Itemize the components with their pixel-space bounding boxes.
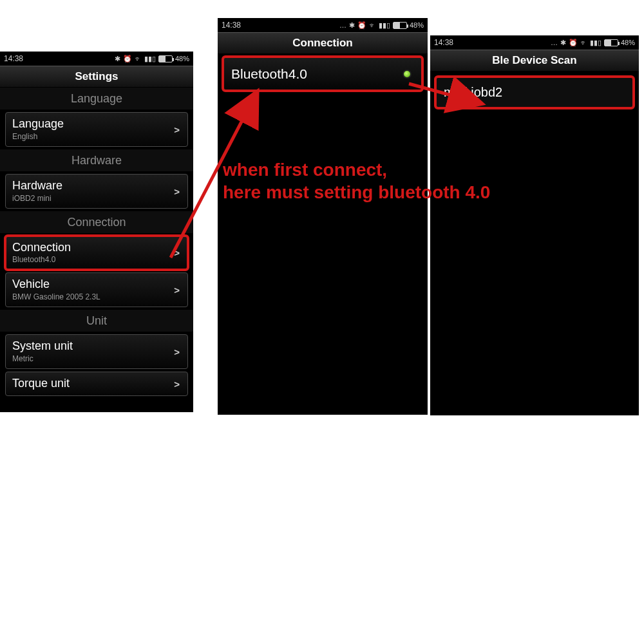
status-icons: … ✱ ⏰ ᯤ ▮▮▯ 48% bbox=[339, 21, 424, 30]
row-bluetooth4[interactable]: Bluetooth4.0 bbox=[223, 57, 422, 91]
row-sub: English bbox=[12, 132, 181, 141]
row-connection[interactable]: Connection Bluetooth4.0 > bbox=[5, 236, 188, 270]
row-title: Torque unit bbox=[12, 377, 181, 390]
chevron-right-icon: > bbox=[174, 285, 180, 296]
chevron-right-icon: > bbox=[174, 378, 180, 389]
section-hardware: Hardware bbox=[0, 149, 193, 171]
row-torque-unit[interactable]: Torque unit > bbox=[5, 372, 188, 396]
battery-pct: 48% bbox=[410, 21, 424, 29]
section-language: Language bbox=[0, 88, 193, 109]
section-unit: Unit bbox=[0, 310, 193, 332]
row-system-unit[interactable]: System unit Metric > bbox=[5, 334, 188, 369]
page-title: Settings bbox=[0, 66, 193, 88]
chevron-right-icon: > bbox=[174, 346, 180, 357]
signal-icon: ▮▮▯ bbox=[590, 39, 601, 47]
row-title: Language bbox=[12, 118, 181, 131]
phone-settings: 14:38 ✱ ⏰ ᯤ ▮▮▯ 48% Settings Language La… bbox=[0, 52, 193, 412]
battery-icon bbox=[604, 39, 618, 46]
status-bar: 14:38 … ✱ ⏰ ᯤ ▮▮▯ 48% bbox=[430, 35, 639, 50]
row-mini-iobd2[interactable]: mini iobd2 bbox=[435, 77, 634, 108]
battery-icon bbox=[393, 22, 407, 29]
alarm-icon: ⏰ bbox=[123, 55, 132, 63]
row-title: Bluetooth4.0 bbox=[231, 66, 414, 81]
radio-selected-icon bbox=[402, 70, 412, 79]
annotation-line1: when first connect, bbox=[223, 160, 387, 180]
page-title: Ble Device Scan bbox=[430, 50, 639, 71]
row-sub: Bluetooth4.0 bbox=[12, 255, 181, 264]
status-bar: 14:38 ✱ ⏰ ᯤ ▮▮▯ 48% bbox=[0, 52, 193, 66]
wifi-icon: ᯤ bbox=[369, 21, 376, 29]
more-icon: … bbox=[551, 39, 558, 46]
row-title: Hardware bbox=[12, 180, 181, 193]
row-sub: iOBD2 mini bbox=[12, 194, 181, 203]
chevron-right-icon: > bbox=[174, 247, 180, 258]
row-title: Connection bbox=[12, 242, 181, 254]
section-connection: Connection bbox=[0, 211, 193, 233]
phone-connection: 14:38 … ✱ ⏰ ᯤ ▮▮▯ 48% Connection Bluetoo… bbox=[218, 18, 428, 415]
bluetooth-icon: ✱ bbox=[115, 55, 120, 63]
battery-icon bbox=[158, 55, 173, 62]
bluetooth-icon: ✱ bbox=[560, 39, 566, 47]
row-title: System unit bbox=[12, 340, 181, 353]
row-vehicle[interactable]: Vehicle BMW Gasoline 2005 2.3L > bbox=[5, 272, 188, 307]
signal-icon: ▮▮▯ bbox=[379, 21, 390, 30]
annotation-text: when first connect, here must setting bl… bbox=[223, 158, 635, 204]
row-sub: Metric bbox=[12, 354, 181, 363]
battery-pct: 48% bbox=[621, 39, 635, 46]
signal-icon: ▮▮▯ bbox=[144, 55, 156, 63]
row-language[interactable]: Language English > bbox=[5, 112, 188, 147]
alarm-icon: ⏰ bbox=[357, 21, 366, 30]
bluetooth-icon: ✱ bbox=[349, 21, 355, 30]
alarm-icon: ⏰ bbox=[569, 39, 578, 47]
battery-pct: 48% bbox=[175, 55, 189, 62]
status-time: 14:38 bbox=[222, 21, 241, 30]
device-name: mini iobd2 bbox=[444, 85, 502, 99]
more-icon: … bbox=[339, 21, 346, 29]
status-icons: … ✱ ⏰ ᯤ ▮▮▯ 48% bbox=[551, 39, 635, 47]
chevron-right-icon: > bbox=[174, 124, 180, 135]
wifi-icon: ᯤ bbox=[135, 55, 142, 62]
annotation-line2: here must setting bluetooth 4.0 bbox=[223, 182, 490, 202]
status-time: 14:38 bbox=[434, 38, 453, 47]
row-title: Vehicle bbox=[12, 278, 181, 291]
status-time: 14:38 bbox=[4, 54, 23, 63]
status-icons: ✱ ⏰ ᯤ ▮▮▯ 48% bbox=[115, 55, 189, 63]
wifi-icon: ᯤ bbox=[580, 39, 587, 46]
row-hardware[interactable]: Hardware iOBD2 mini > bbox=[5, 174, 188, 209]
chevron-right-icon: > bbox=[174, 185, 180, 196]
row-sub: BMW Gasoline 2005 2.3L bbox=[12, 292, 181, 301]
page-title: Connection bbox=[218, 32, 428, 54]
status-bar: 14:38 … ✱ ⏰ ᯤ ▮▮▯ 48% bbox=[218, 18, 428, 32]
phone-ble-scan: 14:38 … ✱ ⏰ ᯤ ▮▮▯ 48% Ble Device Scan mi… bbox=[430, 35, 639, 415]
